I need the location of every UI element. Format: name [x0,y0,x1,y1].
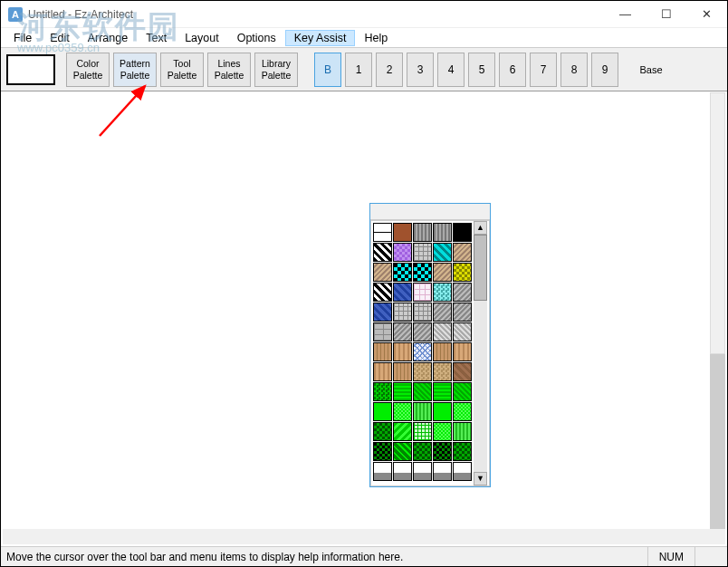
pattern-swatch[interactable] [393,442,412,461]
menu-layout[interactable]: Layout [176,30,228,46]
pattern-swatch[interactable] [393,362,412,381]
pattern-swatch[interactable] [433,263,452,282]
pattern-swatch[interactable] [453,462,472,481]
lines-palette-button[interactable]: LinesPalette [207,53,251,87]
layer-button-7[interactable]: 7 [530,53,557,87]
horizontal-scrollbar[interactable] [3,529,710,544]
layer-button-3[interactable]: 3 [407,53,434,87]
pattern-swatch[interactable] [413,263,432,282]
pattern-swatch[interactable] [373,283,392,302]
pattern-swatch[interactable] [393,422,412,441]
menu-key-assist[interactable]: Key Assist [285,30,356,46]
pattern-swatch[interactable] [453,243,472,262]
pattern-swatch[interactable] [453,283,472,302]
pattern-swatch[interactable] [433,303,452,322]
pattern-swatch[interactable] [413,243,432,262]
workspace[interactable]: ▲ ▼ [3,92,725,544]
pattern-swatch[interactable] [453,303,472,322]
library-palette-button[interactable]: LibraryPalette [254,53,298,87]
pattern-swatch[interactable] [433,362,452,381]
layer-button-6[interactable]: 6 [499,53,526,87]
layer-button-1[interactable]: 1 [345,53,372,87]
pattern-swatch[interactable] [453,223,472,242]
pattern-swatch[interactable] [453,342,472,361]
pattern-swatch[interactable] [413,402,432,421]
pattern-swatch[interactable] [433,402,452,421]
maximize-button[interactable]: ☐ [646,1,686,28]
pattern-swatch[interactable] [373,442,392,461]
pattern-swatch[interactable] [413,462,432,481]
palette-scrollbar[interactable]: ▲ ▼ [474,221,487,485]
pattern-swatch[interactable] [413,442,432,461]
pattern-swatch[interactable] [393,402,412,421]
pattern-swatch[interactable] [413,322,432,341]
menu-help[interactable]: Help [355,30,397,46]
pattern-swatch[interactable] [373,243,392,262]
close-button[interactable]: ✕ [686,1,727,28]
pattern-swatch[interactable] [413,362,432,381]
layer-button-B[interactable]: B [314,53,341,87]
layer-button-2[interactable]: 2 [376,53,403,87]
pattern-swatch[interactable] [413,283,432,302]
layer-button-5[interactable]: 5 [468,53,495,87]
menu-options[interactable]: Options [228,30,285,46]
layer-button-9[interactable]: 9 [591,53,618,87]
palette-scroll-thumb[interactable] [474,235,487,301]
pattern-swatch[interactable] [373,322,392,341]
pattern-swatch[interactable] [393,303,412,322]
current-color-swatch[interactable] [6,54,55,85]
pattern-swatch[interactable] [433,462,452,481]
pattern-swatch[interactable] [433,382,452,401]
pattern-swatch[interactable] [373,462,392,481]
pattern-swatch[interactable] [393,462,412,481]
pattern-swatch[interactable] [413,223,432,242]
pattern-swatch[interactable] [453,402,472,421]
pattern-swatch[interactable] [413,382,432,401]
pattern-swatch[interactable] [433,243,452,262]
menu-file[interactable]: File [5,30,41,46]
pattern-palette-button[interactable]: PatternPalette [113,53,157,87]
pattern-swatch[interactable] [373,422,392,441]
pattern-swatch[interactable] [373,342,392,361]
tool-palette-button[interactable]: ToolPalette [160,53,204,87]
pattern-swatch[interactable] [413,422,432,441]
scrollbar-thumb[interactable] [710,92,725,354]
pattern-swatch[interactable] [373,263,392,282]
pattern-swatch[interactable] [433,223,452,242]
layer-button-4[interactable]: 4 [437,53,465,87]
pattern-swatch[interactable] [373,223,392,242]
pattern-swatch[interactable] [413,303,432,322]
pattern-swatch[interactable] [373,402,392,421]
menu-arrange[interactable]: Arrange [79,30,137,46]
layer-button-8[interactable]: 8 [560,53,588,87]
pattern-swatch[interactable] [393,342,412,361]
pattern-swatch[interactable] [373,382,392,401]
menu-edit[interactable]: Edit [41,30,79,46]
pattern-swatch[interactable] [413,342,432,361]
pattern-swatch[interactable] [453,382,472,401]
pattern-swatch[interactable] [393,263,412,282]
pattern-palette-window[interactable]: ▲ ▼ [369,203,491,487]
base-button[interactable]: Base [629,53,673,87]
pattern-swatch[interactable] [453,442,472,461]
pattern-swatch[interactable] [393,243,412,262]
menu-text[interactable]: Text [137,30,176,46]
pattern-swatch[interactable] [433,442,452,461]
pattern-swatch[interactable] [453,422,472,441]
pattern-swatch[interactable] [393,283,412,302]
palette-titlebar[interactable] [370,204,490,220]
pattern-swatch[interactable] [453,362,472,381]
pattern-swatch[interactable] [433,322,452,341]
scroll-up-arrow[interactable]: ▲ [474,221,487,235]
pattern-swatch[interactable] [453,263,472,282]
pattern-swatch[interactable] [433,342,452,361]
minimize-button[interactable]: — [605,1,646,28]
pattern-swatch[interactable] [433,422,452,441]
color-palette-button[interactable]: ColorPalette [66,53,110,87]
pattern-swatch[interactable] [453,322,472,341]
vertical-scrollbar[interactable] [710,92,725,529]
pattern-swatch[interactable] [433,283,452,302]
pattern-swatch[interactable] [373,362,392,381]
pattern-swatch[interactable] [373,303,392,322]
pattern-swatch[interactable] [393,382,412,401]
